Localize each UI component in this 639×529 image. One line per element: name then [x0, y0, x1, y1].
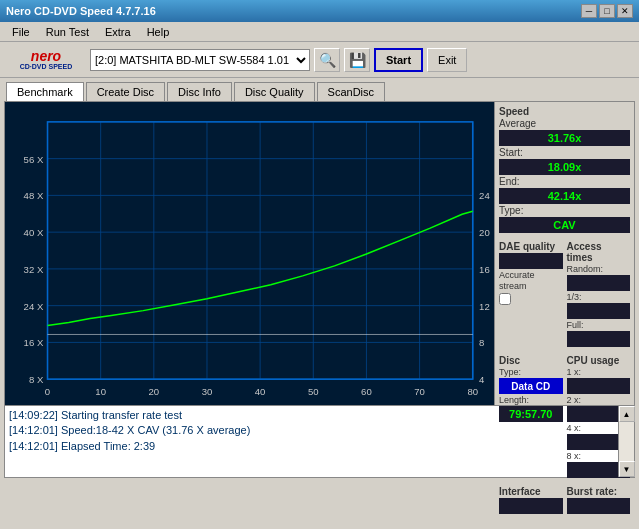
- log-content: [14:09:22] Starting transfer rate test […: [5, 406, 618, 477]
- toolbar: nero CD·DVD SPEED [2:0] MATSHITA BD-MLT …: [0, 42, 639, 78]
- maximize-button[interactable]: □: [599, 4, 615, 18]
- access-title: Access times: [567, 241, 631, 263]
- accurate-label: Accurate: [499, 270, 563, 280]
- svg-text:16 X: 16 X: [24, 339, 44, 349]
- toolbar-save-button[interactable]: 💾: [344, 48, 370, 72]
- x2-label: 2 x:: [567, 395, 631, 405]
- svg-text:50: 50: [308, 387, 319, 397]
- scroll-up-button[interactable]: ▲: [619, 406, 635, 422]
- svg-text:24: 24: [479, 192, 490, 202]
- disc-title: Disc: [499, 355, 563, 366]
- log-scrollbar: ▲ ▼: [618, 406, 634, 477]
- tab-benchmark[interactable]: Benchmark: [6, 82, 84, 101]
- start-button[interactable]: Start: [374, 48, 423, 72]
- interface-label: Interface: [499, 486, 563, 497]
- onethird-value: [567, 303, 631, 319]
- tab-bar: Benchmark Create Disc Disc Info Disc Qua…: [0, 78, 639, 101]
- side-by-side: DAE quality Accurate stream Access times…: [499, 241, 630, 347]
- interface-section: Interface: [499, 486, 563, 514]
- svg-text:8 X: 8 X: [29, 375, 43, 385]
- tab-scan-disc[interactable]: ScanDisc: [317, 82, 385, 101]
- log-entry-1: [14:12:01] Speed:18-42 X CAV (31.76 X av…: [9, 423, 614, 438]
- title-buttons: ─ □ ✕: [581, 4, 633, 18]
- average-label: Average: [499, 118, 630, 129]
- main-content: 8 X 16 X 24 X 32 X 40 X 48 X 56 X 4 8 12…: [4, 101, 635, 406]
- svg-text:4: 4: [479, 375, 484, 385]
- full-label: Full:: [567, 320, 631, 330]
- svg-text:56 X: 56 X: [24, 155, 44, 165]
- scroll-down-button[interactable]: ▼: [619, 461, 635, 477]
- menu-bar: File Run Test Extra Help: [0, 22, 639, 42]
- interface-row: Interface Burst rate:: [499, 486, 630, 514]
- svg-text:12: 12: [479, 302, 490, 312]
- accurate-stream-checkbox[interactable]: [499, 293, 511, 305]
- menu-extra[interactable]: Extra: [97, 24, 139, 40]
- title-bar: Nero CD-DVD Speed 4.7.7.16 ─ □ ✕: [0, 0, 639, 22]
- right-panel: Speed Average 31.76x Start: 18.09x End: …: [494, 102, 634, 405]
- scroll-track[interactable]: [619, 422, 634, 461]
- cpu-title: CPU usage: [567, 355, 631, 366]
- start-value: 18.09x: [499, 159, 630, 175]
- svg-text:0: 0: [45, 387, 50, 397]
- tab-disc-info[interactable]: Disc Info: [167, 82, 232, 101]
- disc-type-label: Type:: [499, 367, 563, 377]
- average-value: 31.76x: [499, 130, 630, 146]
- toolbar-info-button[interactable]: 🔍: [314, 48, 340, 72]
- x1-value: [567, 378, 631, 394]
- chart-svg: 8 X 16 X 24 X 32 X 40 X 48 X 56 X 4 8 12…: [5, 102, 494, 405]
- onethird-label: 1/3:: [567, 292, 631, 302]
- type-label: Type:: [499, 205, 630, 216]
- burst-label: Burst rate:: [567, 486, 631, 497]
- full-value: [567, 331, 631, 347]
- random-value: [567, 275, 631, 291]
- svg-text:10: 10: [95, 387, 106, 397]
- svg-text:48 X: 48 X: [24, 192, 44, 202]
- stream-label: stream: [499, 281, 563, 291]
- svg-text:70: 70: [414, 387, 425, 397]
- close-button[interactable]: ✕: [617, 4, 633, 18]
- access-section: Access times Random: 1/3: Full:: [567, 241, 631, 347]
- accurate-stream-check: [499, 293, 563, 305]
- log-area: [14:09:22] Starting transfer rate test […: [4, 406, 635, 478]
- tab-disc-quality[interactable]: Disc Quality: [234, 82, 315, 101]
- svg-text:20: 20: [149, 387, 160, 397]
- dae-section: DAE quality Accurate stream: [499, 241, 563, 347]
- interface-value: [499, 498, 563, 514]
- svg-text:32 X: 32 X: [24, 265, 44, 275]
- menu-help[interactable]: Help: [139, 24, 178, 40]
- end-value: 42.14x: [499, 188, 630, 204]
- minimize-button[interactable]: ─: [581, 4, 597, 18]
- svg-text:60: 60: [361, 387, 372, 397]
- type-value: CAV: [499, 217, 630, 233]
- dae-title: DAE quality: [499, 241, 563, 252]
- svg-text:40: 40: [255, 387, 266, 397]
- random-label: Random:: [567, 264, 631, 274]
- svg-rect-0: [5, 102, 494, 405]
- svg-text:20: 20: [479, 228, 490, 238]
- speed-title: Speed: [499, 106, 630, 117]
- drive-select[interactable]: [2:0] MATSHITA BD-MLT SW-5584 1.01: [90, 49, 310, 71]
- svg-text:24 X: 24 X: [24, 302, 44, 312]
- svg-text:80: 80: [467, 387, 478, 397]
- speed-section: Speed Average 31.76x Start: 18.09x End: …: [499, 106, 630, 233]
- exit-button[interactable]: Exit: [427, 48, 467, 72]
- nero-logo: nero CD·DVD SPEED: [6, 46, 86, 74]
- nero-brand: nero: [31, 49, 61, 63]
- svg-text:16: 16: [479, 265, 490, 275]
- title-text: Nero CD-DVD Speed 4.7.7.16: [6, 5, 581, 17]
- x1-label: 1 x:: [567, 367, 631, 377]
- nero-product: CD·DVD SPEED: [20, 63, 73, 70]
- svg-text:30: 30: [202, 387, 213, 397]
- burst-section: Burst rate:: [567, 486, 631, 514]
- disc-type-value: Data CD: [499, 378, 563, 394]
- disc-length-label: Length:: [499, 395, 563, 405]
- chart-area: 8 X 16 X 24 X 32 X 40 X 48 X 56 X 4 8 12…: [5, 102, 494, 405]
- log-entry-0: [14:09:22] Starting transfer rate test: [9, 408, 614, 423]
- menu-run-test[interactable]: Run Test: [38, 24, 97, 40]
- menu-file[interactable]: File: [4, 24, 38, 40]
- start-label: Start:: [499, 147, 630, 158]
- svg-text:40 X: 40 X: [24, 228, 44, 238]
- log-entry-2: [14:12:01] Elapsed Time: 2:39: [9, 439, 614, 454]
- svg-text:8: 8: [479, 339, 484, 349]
- tab-create-disc[interactable]: Create Disc: [86, 82, 165, 101]
